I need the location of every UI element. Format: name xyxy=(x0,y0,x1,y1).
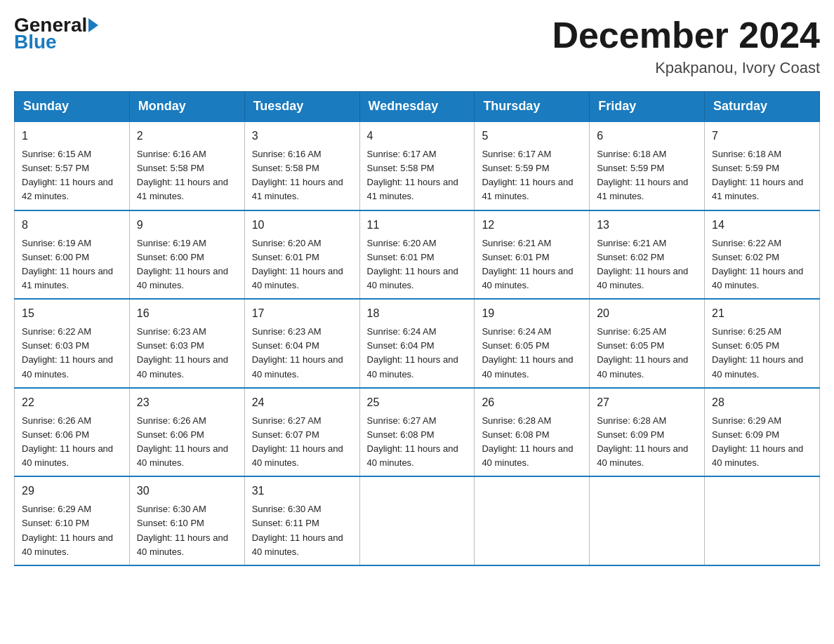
table-row: 22 Sunrise: 6:26 AMSunset: 6:06 PMDaylig… xyxy=(15,388,130,477)
day-info: Sunrise: 6:20 AMSunset: 6:01 PMDaylight:… xyxy=(367,238,458,290)
day-info: Sunrise: 6:15 AMSunset: 5:57 PMDaylight:… xyxy=(22,149,113,201)
day-info: Sunrise: 6:30 AMSunset: 6:11 PMDaylight:… xyxy=(252,504,343,556)
day-info: Sunrise: 6:24 AMSunset: 6:05 PMDaylight:… xyxy=(482,326,573,379)
table-row xyxy=(590,476,705,565)
day-number: 7 xyxy=(712,128,812,145)
day-number: 25 xyxy=(367,394,468,411)
day-info: Sunrise: 6:25 AMSunset: 6:05 PMDaylight:… xyxy=(712,326,803,379)
day-info: Sunrise: 6:22 AMSunset: 6:02 PMDaylight:… xyxy=(712,238,803,290)
day-number: 11 xyxy=(367,217,468,234)
day-number: 26 xyxy=(482,394,582,411)
table-row xyxy=(705,476,820,565)
weekday-header-row: Sunday Monday Tuesday Wednesday Thursday… xyxy=(15,92,820,122)
day-info: Sunrise: 6:28 AMSunset: 6:08 PMDaylight:… xyxy=(482,415,573,468)
table-row: 24 Sunrise: 6:27 AMSunset: 6:07 PMDaylig… xyxy=(244,388,359,477)
day-number: 17 xyxy=(252,305,352,322)
table-row: 27 Sunrise: 6:28 AMSunset: 6:09 PMDaylig… xyxy=(590,388,705,477)
day-info: Sunrise: 6:25 AMSunset: 6:05 PMDaylight:… xyxy=(597,326,688,379)
table-row: 3 Sunrise: 6:16 AMSunset: 5:58 PMDayligh… xyxy=(244,121,359,210)
table-row: 26 Sunrise: 6:28 AMSunset: 6:08 PMDaylig… xyxy=(475,388,590,477)
header-friday: Friday xyxy=(590,92,705,122)
table-row: 28 Sunrise: 6:29 AMSunset: 6:09 PMDaylig… xyxy=(705,388,820,477)
day-number: 29 xyxy=(22,483,122,499)
day-number: 30 xyxy=(137,483,237,499)
day-number: 9 xyxy=(137,217,237,234)
day-info: Sunrise: 6:20 AMSunset: 6:01 PMDaylight:… xyxy=(252,238,343,290)
day-info: Sunrise: 6:23 AMSunset: 6:03 PMDaylight:… xyxy=(137,326,228,379)
table-row: 23 Sunrise: 6:26 AMSunset: 6:06 PMDaylig… xyxy=(129,388,244,477)
table-row: 11 Sunrise: 6:20 AMSunset: 6:01 PMDaylig… xyxy=(359,210,475,300)
day-number: 5 xyxy=(482,128,582,145)
day-number: 20 xyxy=(597,305,697,322)
calendar-week-row: 1 Sunrise: 6:15 AMSunset: 5:57 PMDayligh… xyxy=(15,121,820,210)
day-info: Sunrise: 6:29 AMSunset: 6:10 PMDaylight:… xyxy=(22,504,113,556)
day-info: Sunrise: 6:19 AMSunset: 6:00 PMDaylight:… xyxy=(137,238,228,290)
calendar-week-row: 22 Sunrise: 6:26 AMSunset: 6:06 PMDaylig… xyxy=(15,388,820,477)
day-info: Sunrise: 6:19 AMSunset: 6:00 PMDaylight:… xyxy=(22,238,113,290)
table-row: 20 Sunrise: 6:25 AMSunset: 6:05 PMDaylig… xyxy=(590,299,705,388)
day-info: Sunrise: 6:28 AMSunset: 6:09 PMDaylight:… xyxy=(597,415,688,468)
day-info: Sunrise: 6:26 AMSunset: 6:06 PMDaylight:… xyxy=(137,415,228,468)
table-row: 14 Sunrise: 6:22 AMSunset: 6:02 PMDaylig… xyxy=(705,210,820,300)
day-number: 10 xyxy=(252,217,352,234)
table-row: 13 Sunrise: 6:21 AMSunset: 6:02 PMDaylig… xyxy=(590,210,705,300)
day-info: Sunrise: 6:16 AMSunset: 5:58 PMDaylight:… xyxy=(252,149,343,201)
header-thursday: Thursday xyxy=(475,92,590,122)
day-number: 8 xyxy=(22,217,122,234)
table-row: 29 Sunrise: 6:29 AMSunset: 6:10 PMDaylig… xyxy=(15,476,130,565)
day-number: 12 xyxy=(482,217,582,234)
header-wednesday: Wednesday xyxy=(359,92,475,122)
day-number: 27 xyxy=(597,394,697,411)
day-number: 15 xyxy=(22,305,122,322)
day-number: 4 xyxy=(367,128,468,145)
day-number: 14 xyxy=(712,217,812,234)
day-number: 16 xyxy=(137,305,237,322)
month-year-title: December 2024 xyxy=(552,14,820,56)
header-tuesday: Tuesday xyxy=(244,92,359,122)
day-number: 21 xyxy=(712,305,812,322)
table-row: 4 Sunrise: 6:17 AMSunset: 5:58 PMDayligh… xyxy=(359,121,475,210)
day-number: 18 xyxy=(367,305,468,322)
calendar-week-row: 15 Sunrise: 6:22 AMSunset: 6:03 PMDaylig… xyxy=(15,299,820,388)
table-row: 9 Sunrise: 6:19 AMSunset: 6:00 PMDayligh… xyxy=(129,210,244,300)
location-subtitle: Kpakpanou, Ivory Coast xyxy=(552,59,820,77)
day-number: 13 xyxy=(597,217,697,234)
calendar-table: Sunday Monday Tuesday Wednesday Thursday… xyxy=(14,91,820,566)
day-info: Sunrise: 6:16 AMSunset: 5:58 PMDaylight:… xyxy=(137,149,228,201)
day-info: Sunrise: 6:17 AMSunset: 5:59 PMDaylight:… xyxy=(482,149,573,201)
calendar-week-row: 29 Sunrise: 6:29 AMSunset: 6:10 PMDaylig… xyxy=(15,476,820,565)
day-info: Sunrise: 6:26 AMSunset: 6:06 PMDaylight:… xyxy=(22,415,113,468)
calendar-week-row: 8 Sunrise: 6:19 AMSunset: 6:00 PMDayligh… xyxy=(15,210,820,300)
day-number: 23 xyxy=(137,394,237,411)
day-number: 24 xyxy=(252,394,352,411)
table-row: 18 Sunrise: 6:24 AMSunset: 6:04 PMDaylig… xyxy=(359,299,475,388)
day-info: Sunrise: 6:30 AMSunset: 6:10 PMDaylight:… xyxy=(137,504,228,556)
title-section: December 2024 Kpakpanou, Ivory Coast xyxy=(552,14,820,77)
day-info: Sunrise: 6:23 AMSunset: 6:04 PMDaylight:… xyxy=(252,326,343,379)
day-info: Sunrise: 6:29 AMSunset: 6:09 PMDaylight:… xyxy=(712,415,803,468)
day-info: Sunrise: 6:22 AMSunset: 6:03 PMDaylight:… xyxy=(22,326,113,379)
day-info: Sunrise: 6:27 AMSunset: 6:07 PMDaylight:… xyxy=(252,415,343,468)
day-info: Sunrise: 6:17 AMSunset: 5:58 PMDaylight:… xyxy=(367,149,458,201)
logo-blue-text: Blue xyxy=(14,31,57,53)
table-row: 31 Sunrise: 6:30 AMSunset: 6:11 PMDaylig… xyxy=(244,476,359,565)
day-number: 3 xyxy=(252,128,352,145)
header-monday: Monday xyxy=(129,92,244,122)
table-row: 5 Sunrise: 6:17 AMSunset: 5:59 PMDayligh… xyxy=(475,121,590,210)
day-info: Sunrise: 6:27 AMSunset: 6:08 PMDaylight:… xyxy=(367,415,458,468)
table-row: 25 Sunrise: 6:27 AMSunset: 6:08 PMDaylig… xyxy=(359,388,475,477)
table-row: 12 Sunrise: 6:21 AMSunset: 6:01 PMDaylig… xyxy=(475,210,590,300)
table-row: 17 Sunrise: 6:23 AMSunset: 6:04 PMDaylig… xyxy=(244,299,359,388)
header-saturday: Saturday xyxy=(705,92,820,122)
day-number: 28 xyxy=(712,394,812,411)
table-row: 1 Sunrise: 6:15 AMSunset: 5:57 PMDayligh… xyxy=(15,121,130,210)
table-row: 7 Sunrise: 6:18 AMSunset: 5:59 PMDayligh… xyxy=(705,121,820,210)
day-number: 22 xyxy=(22,394,122,411)
table-row: 15 Sunrise: 6:22 AMSunset: 6:03 PMDaylig… xyxy=(15,299,130,388)
day-info: Sunrise: 6:21 AMSunset: 6:02 PMDaylight:… xyxy=(597,238,688,290)
table-row: 10 Sunrise: 6:20 AMSunset: 6:01 PMDaylig… xyxy=(244,210,359,300)
logo-arrow-icon xyxy=(88,18,98,32)
logo: General Blue xyxy=(14,14,98,53)
table-row xyxy=(359,476,475,565)
day-info: Sunrise: 6:24 AMSunset: 6:04 PMDaylight:… xyxy=(367,326,458,379)
